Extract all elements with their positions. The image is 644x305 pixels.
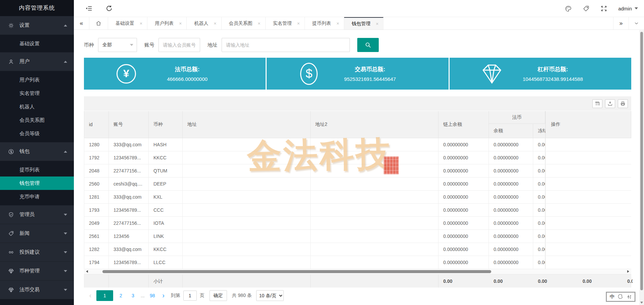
export-button[interactable] <box>605 99 615 108</box>
horizontal-scrollbar-thumb[interactable] <box>102 270 491 273</box>
print-button[interactable] <box>618 99 628 108</box>
close-icon[interactable]: × <box>179 21 182 26</box>
col-header-currency[interactable]: 币种 <box>149 111 183 138</box>
vertical-scrollbar[interactable] <box>639 30 644 305</box>
next-page-button[interactable]: › <box>159 292 168 299</box>
sidebar-item-deposit-request[interactable]: 充币申请 <box>0 190 74 203</box>
sidebar-item-basic-settings[interactable]: 基础设置 <box>0 37 74 50</box>
confirm-page-button[interactable]: 确定 <box>210 290 227 301</box>
table-row[interactable]: 2561 123456 LINK 0.00000000 0.00000000 0… <box>84 230 631 243</box>
sidebar-item-member-level[interactable]: 会员等级 <box>0 127 74 140</box>
sidebar-item-user-list[interactable]: 用户列表 <box>0 73 74 87</box>
sidebar-section-users[interactable]: 用户 <box>0 52 74 71</box>
ime-keyboard-icon[interactable] <box>627 294 632 299</box>
tab-member-graph[interactable]: 会员关系图× <box>222 17 266 30</box>
dollar-circle-icon: $ <box>295 63 322 85</box>
col-header-balance[interactable]: 余额 <box>489 124 533 138</box>
footer-cell <box>311 274 439 288</box>
col-header-address2[interactable]: 地址2 <box>311 111 439 138</box>
tab-user-list[interactable]: 用户列表× <box>147 17 187 30</box>
sidebar-item-member-graph[interactable]: 会员关系图 <box>0 113 74 127</box>
sidebar-section-feedback[interactable]: 投拆建议 <box>0 243 74 262</box>
cell-chain-balance: 0.00000000 <box>439 217 489 230</box>
cell-balance: 0.00000000 <box>489 256 533 269</box>
cell-address2 <box>311 204 439 216</box>
refresh-icon[interactable] <box>105 5 113 12</box>
close-icon[interactable]: × <box>214 21 216 26</box>
sidebar-section-news[interactable]: 新闻 <box>0 224 74 243</box>
close-icon[interactable]: × <box>297 21 300 26</box>
sidebar-section-admin[interactable]: 管理员 <box>0 205 74 224</box>
sidebar-section-fiat-trade[interactable]: 法币交易 <box>0 281 74 299</box>
tab-robot[interactable]: 机器人× <box>187 17 221 30</box>
search-button[interactable] <box>357 38 379 52</box>
sidebar: 内容管理系统 设置 基础设置 用户 用户列表 实名管理 机器人 会员关系图 会员… <box>0 0 74 305</box>
table-row[interactable]: 2560 ceshi3@qq.... DEEP 0.00000000 0.000… <box>84 177 631 191</box>
theme-palette-icon[interactable] <box>565 5 572 12</box>
close-icon[interactable]: × <box>258 21 261 26</box>
goto-page-input[interactable] <box>183 291 197 301</box>
columns-icon <box>595 101 600 106</box>
sidebar-section-currency[interactable]: 币种管理 <box>0 262 74 281</box>
sidebar-item-robot[interactable]: 机器人 <box>0 100 74 113</box>
cell-action <box>545 256 632 269</box>
tab-realname[interactable]: 实名管理× <box>266 17 305 30</box>
table-row[interactable]: 1792 123456789... KKCC 0.00000000 0.0000… <box>84 151 631 164</box>
tabs-scroll-right-button[interactable]: » <box>613 17 629 30</box>
table-row[interactable]: 2049 227477156... IOTA 0.00000000 0.0000… <box>84 217 631 230</box>
ime-language-indicator[interactable]: 中 <box>610 294 615 300</box>
col-header-address[interactable]: 地址 <box>183 111 311 138</box>
fullscreen-icon[interactable] <box>600 5 607 12</box>
table-row[interactable]: 1794 123456789... LLCC 0.00000000 0.0000… <box>84 256 631 269</box>
col-header-frozen[interactable]: 冻结 <box>533 124 545 138</box>
table-row[interactable]: 1282 333@qq.com KKCC 0.00000000 0.000000… <box>84 243 631 256</box>
cell-chain-balance: 0.00000000 <box>439 138 489 151</box>
sidebar-item-realname[interactable]: 实名管理 <box>0 87 74 100</box>
close-icon[interactable]: × <box>336 21 339 26</box>
page-2-button[interactable]: 2 <box>117 290 125 301</box>
print-icon <box>620 101 626 106</box>
address-input[interactable] <box>222 38 350 52</box>
cell-id: 1280 <box>84 138 109 151</box>
tag-icon[interactable] <box>583 5 590 12</box>
horizontal-scrollbar[interactable] <box>84 269 631 274</box>
close-icon[interactable]: × <box>376 21 378 27</box>
tabs-scroll-left-button[interactable]: « <box>74 17 89 30</box>
col-header-chain-balance[interactable]: 链上余额 <box>439 111 489 138</box>
scroll-down-arrow-icon[interactable] <box>640 302 643 304</box>
tab-withdraw-list[interactable]: 提币列表× <box>305 17 344 30</box>
scroll-left-arrow-icon[interactable] <box>86 270 88 273</box>
sidebar-item-wallet-management[interactable]: 钱包管理 <box>0 176 74 190</box>
ime-toolbar[interactable]: 中 <box>606 292 635 302</box>
sidebar-section-label: 投拆建议 <box>19 249 40 255</box>
col-header-account[interactable]: 账号 <box>109 111 149 138</box>
page-1-button[interactable]: 1 <box>96 290 113 301</box>
page-98-button[interactable]: 98 <box>148 290 157 301</box>
ime-mode-icon[interactable] <box>618 294 623 299</box>
table-row[interactable]: 1793 123456789... CCC 0.00000000 0.00000… <box>84 204 631 217</box>
tab-basic-settings[interactable]: 基础设置× <box>108 17 147 30</box>
columns-button[interactable] <box>592 99 602 108</box>
home-tab[interactable] <box>89 17 108 30</box>
vertical-scrollbar-thumb[interactable] <box>640 32 643 290</box>
close-icon[interactable]: × <box>140 21 142 26</box>
scroll-right-arrow-icon[interactable] <box>627 270 629 273</box>
tab-wallet-management[interactable]: 钱包管理× <box>344 17 383 30</box>
user-menu[interactable]: admin <box>618 6 638 11</box>
table-row[interactable]: 1280 333@qq.com HASH 0.00000000 0.000000… <box>84 138 631 151</box>
table-row[interactable]: 1281 333@qq.com KXL 0.00000000 0.0000000… <box>84 191 631 204</box>
sidebar-item-withdraw-list[interactable]: 提币列表 <box>0 163 74 176</box>
page-size-select[interactable]: 10 条/页 <box>256 290 284 301</box>
col-header-id[interactable]: id <box>84 111 109 138</box>
prev-page-button[interactable]: ‹ <box>86 292 95 299</box>
tabs-menu-button[interactable] <box>629 17 644 30</box>
cell-account: 123456789... <box>109 204 149 216</box>
table-row[interactable]: 2048 227477156... QTUM 0.00000000 0.0000… <box>84 164 631 177</box>
sidebar-section-settings[interactable]: 设置 <box>0 16 74 35</box>
page-3-button[interactable]: 3 <box>129 290 137 301</box>
currency-select[interactable]: 全部 <box>98 38 137 52</box>
sidebar-section-wallet[interactable]: 钱包 <box>0 142 74 161</box>
cell-frozen: 0.00000000 <box>533 138 545 151</box>
account-input[interactable] <box>158 38 200 52</box>
collapse-sidebar-icon[interactable] <box>85 5 93 12</box>
